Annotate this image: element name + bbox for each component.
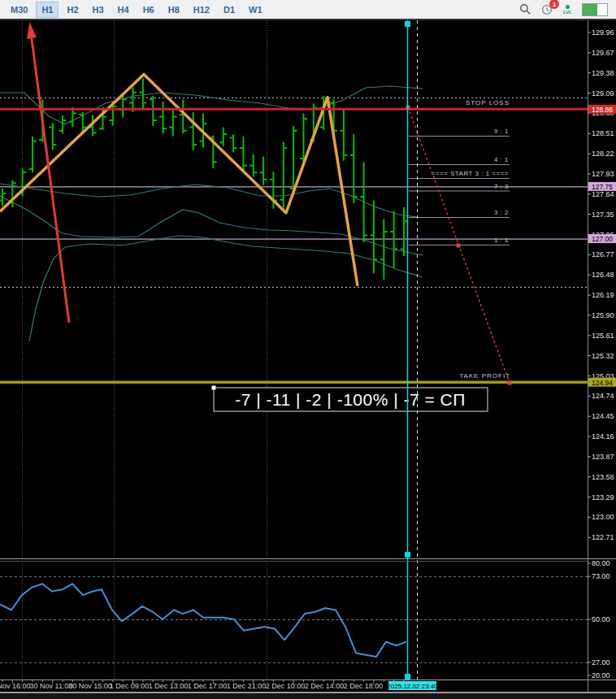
timeframe-h12[interactable]: H12: [188, 2, 215, 18]
timeframe-h6[interactable]: H6: [137, 2, 160, 18]
price-tick-label: 129.96: [592, 28, 614, 37]
price-tick-label: 123.00: [592, 513, 614, 521]
price-badge-label: 124.94: [592, 379, 613, 387]
notifications-icon[interactable]: 1: [541, 3, 553, 15]
ohlc-bar: [29, 137, 37, 173]
time-axis-label: 30 Nov 11:00: [30, 682, 73, 690]
ohlc-bar: [280, 142, 287, 211]
lvl-dot-icon: [566, 5, 570, 9]
price-tick-label: 126.77: [592, 250, 614, 258]
notification-count-badge: 1: [549, 0, 559, 9]
trend-arrow-head: [27, 22, 37, 39]
bollinger-mid-upper-band: [0, 184, 423, 218]
chart-canvas[interactable]: 9 : 14 : 1==== START 3 : 1 ====7 : 33 : …: [0, 0, 616, 699]
rsi-line: [0, 584, 406, 657]
toolbar-right-icons: 1 LVL: [519, 3, 611, 16]
timeframe-h2[interactable]: H2: [61, 2, 84, 18]
window-bottom-edge: [0, 693, 616, 699]
price-tick-label: 129.38: [592, 69, 614, 77]
price-tick-label: 127.35: [592, 211, 614, 219]
info-label-anchor: [212, 386, 216, 390]
price-tick-label: 123.87: [592, 453, 614, 461]
time-axis-label: 30 Nov 15:00: [68, 682, 112, 690]
timeframe-h4[interactable]: H4: [112, 2, 135, 18]
time-axis-label: 2 Dec 10:00: [266, 682, 306, 690]
indicator-tick-label: 27.00: [592, 658, 610, 666]
trading-app-window: { "toolbar": { "timeframes": ["M30","H1"…: [0, 0, 616, 699]
price-tick-label: 128.51: [592, 129, 614, 137]
crosshair-marker: [405, 552, 410, 558]
time-axis-label: Nov 16:00: [0, 682, 31, 690]
ohlc-bar: [340, 110, 347, 161]
crosshair-time-label: 2025.12.02 23:40: [387, 683, 438, 690]
projection-marker: [457, 244, 461, 248]
timeframe-h1[interactable]: H1: [36, 2, 59, 18]
price-scale[interactable]: 129.96129.67129.38129.09128.80128.51128.…: [588, 28, 616, 679]
ratio-level-label: 3 : 2: [494, 209, 509, 216]
ohlc-bar: [150, 96, 157, 126]
lvl-label: LVL: [563, 11, 572, 15]
indicator-tick-label: 73.00: [592, 572, 610, 580]
info-label: -7 | -11 | -2 | -100% | -7 = СП: [235, 390, 466, 409]
timeframe-h3[interactable]: H3: [87, 2, 110, 18]
ohlc-bar: [260, 157, 267, 185]
ratio-level-label: 9 : 1: [494, 128, 509, 135]
timeframe-w1[interactable]: W1: [243, 2, 268, 18]
price-tick-label: 124.16: [592, 432, 614, 441]
price-tick-label: 122.71: [592, 533, 614, 541]
price-tick-label: 126.19: [592, 291, 614, 299]
ohlc-bar: [159, 102, 167, 134]
ratio-level-label: 7 : 3: [494, 183, 509, 190]
search-icon[interactable]: [519, 3, 531, 15]
bollinger-lower-band: [29, 236, 423, 341]
price-tick-label: 125.61: [592, 332, 614, 340]
timeframe-toolbar: M30 H1 H2 H3 H4 H6 H8 H12 D1 W1 1 LVL: [0, 0, 616, 20]
take-profit-label: TAKE PROFIT: [459, 372, 510, 380]
ohlc-bar: [169, 110, 176, 137]
ohlc-bar: [240, 137, 247, 172]
toggle-on-segment: [583, 4, 597, 15]
projection-marker: [508, 381, 512, 385]
crosshair-marker: [405, 674, 410, 679]
ratio-level-label: 4 : 1: [494, 156, 509, 163]
ohlc-bar: [219, 128, 227, 146]
price-tick-label: 128.22: [592, 150, 614, 158]
price-badge-label: 128.86: [592, 106, 613, 114]
ohlc-bar: [380, 219, 388, 280]
zigzag-line[interactable]: [0, 74, 358, 286]
indicator-tick-label: 20.00: [592, 671, 610, 679]
time-axis-label: 2 Dec 14:00: [305, 682, 345, 690]
ratio-level-label: 1 : 1: [494, 237, 509, 244]
time-axis-label: 1 Dec 13:00: [149, 682, 189, 690]
indicator-tick-label: 80.00: [592, 559, 610, 567]
window-bottom-strip: [0, 692, 616, 693]
ohlc-bar: [0, 189, 7, 206]
ohlc-bar: [370, 201, 377, 274]
price-tick-label: 129.67: [592, 49, 614, 57]
price-badge-label: 127.75: [592, 183, 613, 191]
price-tick-label: 125.32: [592, 352, 614, 360]
crosshair-marker: [405, 21, 410, 27]
price-tick-label: 126.48: [592, 271, 614, 279]
ohlc-bar: [189, 112, 197, 150]
timeframe-d1[interactable]: D1: [218, 2, 241, 18]
timeframe-h8[interactable]: H8: [163, 2, 185, 18]
time-axis-label: 2 Dec 18:00: [344, 682, 384, 690]
price-tick-label: 124.74: [592, 392, 614, 400]
trend-arrow-line[interactable]: [30, 27, 69, 323]
price-tick-label: 125.90: [592, 311, 614, 319]
lvl-icon[interactable]: LVL: [563, 5, 572, 15]
time-axis[interactable]: Nov 16:0030 Nov 11:0030 Nov 15:001 Dec 0…: [0, 680, 438, 690]
timeframe-m30[interactable]: M30: [5, 2, 33, 18]
ohlc-bar: [350, 134, 358, 203]
ratio-level-label: ==== START 3 : 1 ====: [432, 170, 509, 177]
price-badge-label: 127.00: [592, 235, 613, 243]
ohlc-bar: [49, 123, 56, 150]
ohlc-bar: [290, 126, 297, 191]
price-tick-label: 123.29: [592, 493, 614, 501]
time-axis-label: 1 Dec 09:00: [110, 682, 150, 690]
ohlc-bar: [360, 162, 367, 242]
time-axis-label: 1 Dec 17:00: [188, 682, 228, 690]
toggle-switch[interactable]: [582, 3, 608, 16]
indicator-tick-label: 50.00: [592, 615, 610, 623]
